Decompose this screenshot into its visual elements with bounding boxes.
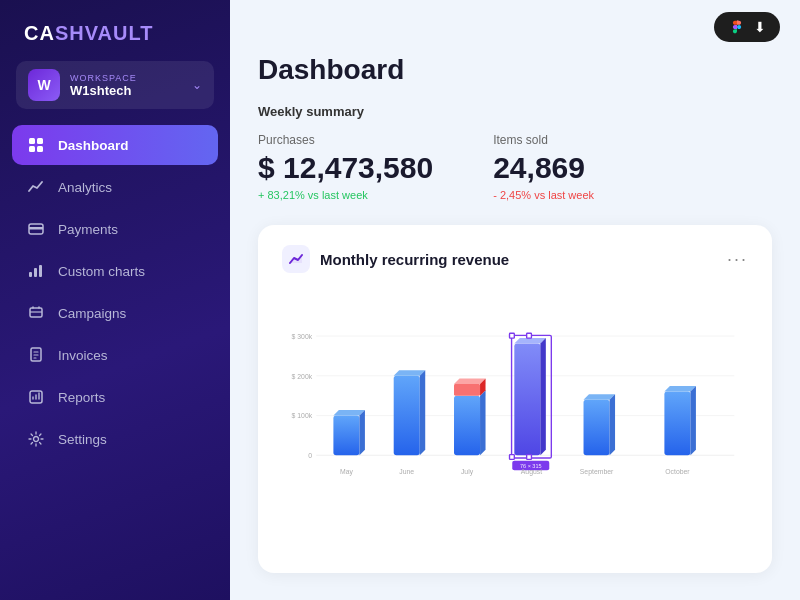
svg-marker-44: [610, 394, 615, 455]
chart-icon: [282, 245, 310, 273]
svg-marker-33: [514, 338, 546, 343]
metric-change: - 2,45% vs last week: [493, 189, 594, 201]
svg-marker-29: [454, 379, 486, 384]
sidebar-item-reports[interactable]: Reports: [12, 377, 218, 417]
sidebar-item-payments[interactable]: Payments: [12, 209, 218, 249]
chevron-down-icon: ⌄: [192, 78, 202, 92]
workspace-avatar: W: [28, 69, 60, 101]
svg-text:$ 300k: $ 300k: [292, 333, 313, 340]
svg-rect-5: [29, 227, 43, 230]
svg-rect-27: [454, 396, 480, 456]
sidebar-item-label: Invoices: [58, 348, 108, 363]
svg-marker-43: [584, 394, 616, 399]
svg-rect-38: [510, 455, 515, 460]
topbar: ⬇: [230, 0, 800, 54]
sidebar-item-custom-charts[interactable]: Custom charts: [12, 251, 218, 291]
svg-rect-1: [37, 138, 43, 144]
workspace-selector[interactable]: W WORKSPACE W1shtech ⌄: [16, 61, 214, 109]
payments-icon: [26, 219, 46, 239]
svg-rect-21: [333, 416, 359, 456]
svg-marker-30: [480, 390, 485, 455]
metric-change: + 83,21% vs last week: [258, 189, 433, 201]
reports-icon: [26, 387, 46, 407]
download-icon: ⬇: [754, 19, 766, 35]
svg-text:May: May: [340, 468, 354, 476]
dashboard-content: Dashboard Weekly summary Purchases $ 12,…: [230, 54, 800, 600]
svg-text:June: June: [399, 468, 414, 475]
sidebar-item-label: Custom charts: [58, 264, 145, 279]
svg-text:July: July: [461, 468, 474, 476]
metrics-row: Purchases $ 12,473,580 + 83,21% vs last …: [258, 133, 772, 201]
metric-value: 24,869: [493, 151, 594, 185]
main-content: ⬇ Dashboard Weekly summary Purchases $ 1…: [230, 0, 800, 600]
svg-point-12: [34, 437, 39, 442]
sidebar-item-label: Settings: [58, 432, 107, 447]
workspace-label: WORKSPACE: [70, 73, 192, 83]
svg-rect-32: [514, 344, 540, 456]
svg-rect-36: [510, 333, 515, 338]
page-title: Dashboard: [258, 54, 772, 86]
sidebar-item-label: Campaigns: [58, 306, 126, 321]
sidebar-item-label: Analytics: [58, 180, 112, 195]
svg-text:$ 200k: $ 200k: [292, 373, 313, 380]
svg-rect-3: [37, 146, 43, 152]
svg-marker-23: [359, 410, 364, 455]
svg-text:0: 0: [308, 452, 312, 459]
metric-items-sold: Items sold 24,869 - 2,45% vs last week: [493, 133, 594, 201]
svg-marker-26: [420, 370, 425, 455]
svg-marker-46: [664, 386, 696, 391]
chart-svg: $ 300k $ 200k $ 100k 0: [282, 293, 748, 523]
metric-purchases: Purchases $ 12,473,580 + 83,21% vs last …: [258, 133, 433, 201]
svg-text:August: August: [521, 468, 542, 476]
metric-value: $ 12,473,580: [258, 151, 433, 185]
svg-marker-47: [690, 386, 695, 455]
sidebar-item-label: Payments: [58, 222, 118, 237]
metric-label: Purchases: [258, 133, 433, 147]
chart-title: Monthly recurring revenue: [320, 251, 509, 268]
svg-text:$ 100k: $ 100k: [292, 412, 313, 419]
sidebar-item-label: Reports: [58, 390, 105, 405]
chart-card: Monthly recurring revenue ··· $ 300k $ 2…: [258, 225, 772, 573]
svg-rect-45: [664, 392, 690, 456]
svg-rect-0: [29, 138, 35, 144]
bar-chart-area: $ 300k $ 200k $ 100k 0: [282, 293, 748, 553]
figma-button[interactable]: ⬇: [714, 12, 780, 42]
svg-rect-42: [584, 400, 610, 456]
sidebar: CASHVAULT W WORKSPACE W1shtech ⌄ Dashboa…: [0, 0, 230, 600]
nav-list: Dashboard Analytics Payments: [0, 125, 230, 600]
svg-text:76 × 315: 76 × 315: [520, 463, 541, 469]
sidebar-item-invoices[interactable]: Invoices: [12, 335, 218, 375]
chart-header: Monthly recurring revenue ···: [282, 245, 748, 273]
app-logo: CASHVAULT: [0, 0, 230, 61]
sidebar-item-dashboard[interactable]: Dashboard: [12, 125, 218, 165]
metric-label: Items sold: [493, 133, 594, 147]
summary-label: Weekly summary: [258, 104, 772, 119]
svg-text:September: September: [580, 468, 614, 476]
sidebar-item-analytics[interactable]: Analytics: [12, 167, 218, 207]
charts-icon: [26, 261, 46, 281]
sidebar-item-campaigns[interactable]: Campaigns: [12, 293, 218, 333]
svg-rect-6: [29, 272, 32, 277]
svg-text:October: October: [665, 468, 690, 475]
svg-rect-24: [394, 376, 420, 455]
svg-rect-39: [527, 455, 532, 460]
analytics-icon: [26, 177, 46, 197]
chart-more-button[interactable]: ···: [727, 249, 748, 270]
svg-rect-8: [39, 265, 42, 277]
sidebar-item-label: Dashboard: [58, 138, 129, 153]
campaigns-icon: [26, 303, 46, 323]
grid-icon: [26, 135, 46, 155]
workspace-name: W1shtech: [70, 83, 192, 98]
svg-marker-25: [394, 370, 426, 375]
svg-rect-37: [527, 333, 532, 338]
invoices-icon: [26, 345, 46, 365]
svg-rect-2: [29, 146, 35, 152]
svg-rect-28: [454, 384, 480, 396]
settings-icon: [26, 429, 46, 449]
figma-icon: [728, 18, 746, 36]
svg-marker-22: [333, 410, 365, 415]
chart-title-row: Monthly recurring revenue: [282, 245, 509, 273]
sidebar-item-settings[interactable]: Settings: [12, 419, 218, 459]
svg-marker-34: [540, 338, 545, 455]
svg-rect-7: [34, 268, 37, 277]
